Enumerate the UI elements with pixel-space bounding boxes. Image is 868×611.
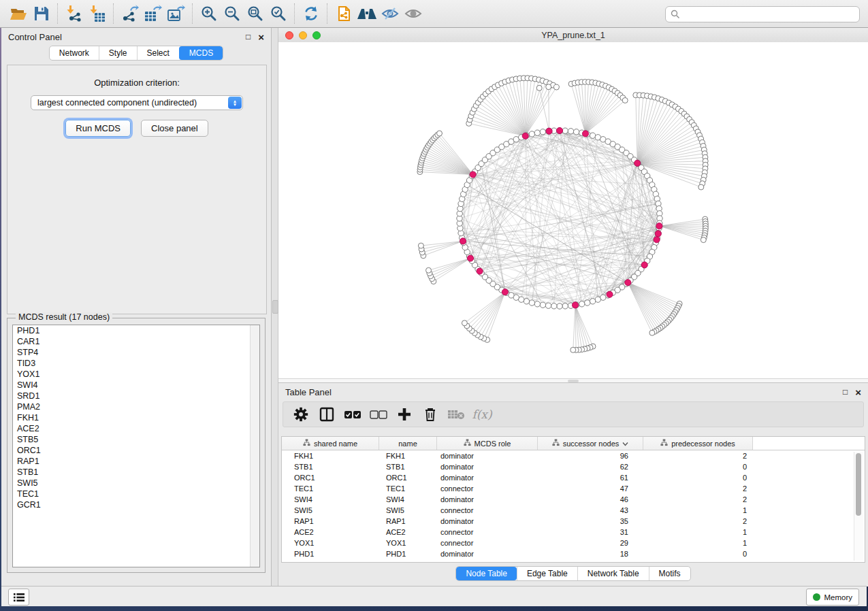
export-network-icon[interactable] [118,3,142,24]
function-icon[interactable]: f(x) [472,405,492,424]
tab-node-table[interactable]: Node Table [456,567,517,580]
mcds-result-item[interactable]: GCR1 [13,499,259,510]
export-image-icon[interactable] [165,3,188,24]
table-row[interactable]: YOX1YOX1connector291 [282,538,865,548]
mcds-result-item[interactable]: STB1 [13,467,259,478]
tab-style[interactable]: Style [99,46,137,60]
column-header-name[interactable]: name [379,437,437,450]
task-list-button[interactable] [8,589,29,606]
refresh-icon[interactable] [300,3,323,24]
criterion-select[interactable]: largest connected component (undirected)… [31,95,243,110]
mcds-result-item[interactable]: ACE2 [13,423,259,434]
unselect-all-icon[interactable] [369,405,388,424]
mcds-result-item[interactable]: SWI5 [13,478,259,489]
float-panel-icon[interactable]: □ [843,388,848,396]
import-network-icon[interactable] [63,3,86,24]
table-cell: RAP1 [282,517,379,525]
table-tabs: Node TableEdge TableNetwork TableMotifs [455,566,690,581]
table-row[interactable]: SWI4SWI4dominator462 [282,494,865,505]
share-document-icon[interactable] [332,3,355,24]
list-scrollbar[interactable] [250,325,259,567]
mcds-result-item[interactable]: FKH1 [13,412,259,423]
select-all-icon[interactable] [343,405,362,424]
run-mcds-button[interactable]: Run MCDS [65,120,131,137]
zoom-in-icon[interactable] [197,3,221,24]
mcds-result-item[interactable]: ORC1 [13,445,259,456]
mcds-result-item[interactable]: TID3 [13,358,259,369]
table-row[interactable]: RAP1RAP1dominator352 [282,516,865,527]
tab-network[interactable]: Network [50,46,99,60]
mcds-result-item[interactable]: TEC1 [13,489,259,499]
mcds-result-item[interactable]: STP4 [13,347,259,358]
column-header-MCDS-role[interactable]: MCDS role [437,437,538,450]
network-workspace: YPA_prune.txt_1 Table Panel □ × [278,28,868,587]
search-input[interactable] [683,9,859,20]
binoculars-icon[interactable] [355,3,379,24]
table-row[interactable]: ACE2ACE2connector311 [282,527,865,538]
add-icon[interactable] [395,405,414,424]
column-header-successor-nodes[interactable]: successor nodes [538,437,643,450]
tab-select[interactable]: Select [137,46,179,60]
toolbar-separator [192,3,193,24]
tab-edge-table[interactable]: Edge Table [517,567,577,580]
show-details-icon[interactable] [402,3,425,24]
node-table: shared namenameMCDS rolesuccessor nodesp… [281,436,865,563]
network-graph[interactable] [278,42,868,378]
column-header-shared-name[interactable]: shared name [282,437,379,450]
mcds-result-item[interactable]: PMA2 [13,401,259,412]
table-cell: ORC1 [282,474,379,482]
delete-icon[interactable] [421,405,440,424]
scrollbar-thumb[interactable] [856,453,861,516]
delete-table-icon[interactable] [447,405,466,424]
table-panel: Table Panel □ × [278,383,868,587]
search-field[interactable] [665,6,860,22]
mcds-result-item[interactable]: PHD1 [13,325,259,336]
application-window: Control Panel □ × NetworkStyleSelectMCDS… [0,0,868,611]
import-table-icon[interactable] [86,3,109,24]
mcds-result-item[interactable]: STB5 [13,434,259,445]
mcds-result-item[interactable]: YOX1 [13,369,259,380]
table-cell: STB1 [379,463,437,471]
vertical-splitter[interactable] [272,28,278,587]
column-label: predecessor nodes [671,440,735,448]
tab-network-table[interactable]: Network Table [577,567,649,580]
table-row[interactable]: ORC1ORC1dominator610 [282,472,865,483]
save-icon[interactable] [30,3,53,24]
table-scrollbar[interactable] [854,452,863,561]
mcds-result-item[interactable]: SRD1 [13,391,259,401]
table-cell: TEC1 [282,484,379,493]
float-panel-icon[interactable]: □ [246,33,251,41]
table-cell: YOX1 [282,539,379,547]
export-table-icon[interactable] [142,3,165,24]
column-header-predecessor-nodes[interactable]: predecessor nodes [643,437,753,450]
zoom-selected-icon[interactable] [267,3,290,24]
zoom-out-icon[interactable] [221,3,244,24]
close-panel-button[interactable]: Close panel [141,120,208,137]
mcds-result-item[interactable]: CAR1 [13,336,259,347]
zoom-fit-icon[interactable] [244,3,267,24]
close-panel-icon[interactable]: × [258,32,264,42]
splitter-grip[interactable] [272,300,278,314]
hide-details-icon[interactable] [379,3,402,24]
gear-icon[interactable] [291,405,310,424]
mcds-result-list[interactable]: PHD1CAR1STP4TID3YOX1SWI4SRD1PMA2FKH1ACE2… [12,325,260,567]
tab-motifs[interactable]: Motifs [649,567,690,580]
close-panel-icon[interactable]: × [855,387,861,397]
horizontal-splitter[interactable] [278,378,868,383]
network-canvas[interactable] [278,42,868,378]
mcds-result-item[interactable]: RAP1 [13,456,259,467]
mcds-result-item[interactable]: SWI4 [13,380,259,391]
table-row[interactable]: TEC1TEC1connector472 [282,483,865,494]
tab-mcds[interactable]: MCDS [179,46,223,60]
splitter-grip[interactable] [568,380,579,382]
open-folder-icon[interactable] [7,3,30,24]
table-row[interactable]: SWI5SWI5connector431 [282,505,865,516]
columns-icon[interactable] [317,405,336,424]
table-cell: FKH1 [379,452,437,460]
table-row[interactable]: PHD1PHD1dominator180 [282,548,865,559]
table-cell: 0 [643,550,753,558]
table-row[interactable]: FKH1FKH1dominator962 [282,450,865,461]
memory-button[interactable]: Memory [806,589,859,606]
table-row[interactable]: STB1STB1dominator620 [282,461,865,472]
table-cell: connector [437,528,538,536]
